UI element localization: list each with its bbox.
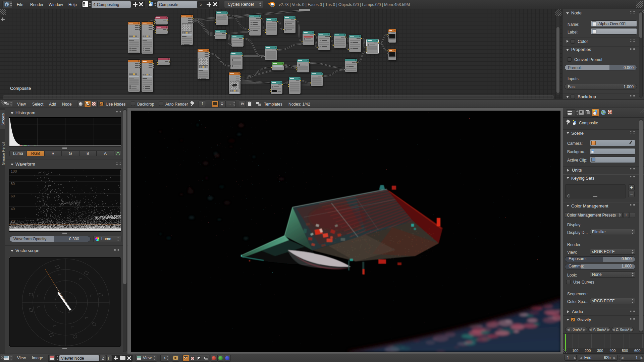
svg-text:40: 40 (11, 207, 15, 211)
svg-text:100: 100 (11, 169, 17, 173)
svg-text:80: 80 (11, 182, 15, 186)
svg-text:60: 60 (11, 194, 15, 198)
